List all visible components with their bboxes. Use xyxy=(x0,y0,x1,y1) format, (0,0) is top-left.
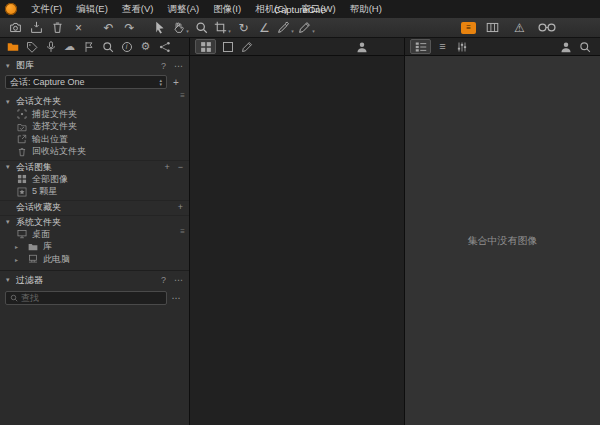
list-item-five-stars[interactable]: 5 颗星 xyxy=(0,186,189,199)
list-view-icon[interactable] xyxy=(411,39,430,55)
caret-icon: ▾ xyxy=(312,28,315,37)
search-more-button[interactable]: ⋯ xyxy=(167,293,185,303)
section-session-favorites[interactable]: 会话收藏夹 + xyxy=(0,200,189,213)
workspace: ☁ i ⚙ ▾ 图库 ? ⋯ 会话: Capture One xyxy=(0,38,600,425)
section-session-albums[interactable]: ▾ 会话图集 + − xyxy=(0,160,189,173)
list-item-trash-folder[interactable]: 回收站文件夹 xyxy=(0,146,189,159)
session-select[interactable]: 会话: Capture One ▴▾ xyxy=(5,75,167,89)
item-label: 输出位置 xyxy=(32,133,68,146)
section-title: 会话收藏夹 xyxy=(16,201,61,214)
list-view-selected xyxy=(410,39,431,54)
section-resize-handle[interactable]: ≡ xyxy=(180,93,185,99)
camera-icon[interactable] xyxy=(6,19,25,37)
square-view-icon[interactable] xyxy=(218,39,237,55)
menubar: 文件(F) 编辑(E) 查看(V) 调整(A) 图像(I) 相机(C) 窗口(W… xyxy=(0,0,600,18)
adjustments-badge-icon[interactable]: ≡ xyxy=(461,22,476,34)
list-item-desktop[interactable]: 桌面 xyxy=(0,228,189,241)
info-icon[interactable]: i xyxy=(117,39,136,55)
menu-file[interactable]: 文件(F) xyxy=(24,0,69,18)
sort-sliders-icon[interactable] xyxy=(452,39,471,55)
item-label: 5 颗星 xyxy=(32,185,58,198)
help-button[interactable]: ? xyxy=(161,61,166,71)
pencil-icon[interactable]: ▾ xyxy=(297,19,316,37)
chevron-right-icon[interactable]: ▸ xyxy=(15,256,23,263)
chevron-right-icon[interactable]: ▸ xyxy=(15,243,23,250)
library-header[interactable]: ▾ 图库 ? ⋯ xyxy=(0,59,189,72)
menu-adjust[interactable]: 调整(A) xyxy=(160,0,206,18)
library-folder-icon[interactable] xyxy=(3,39,22,55)
more-button[interactable]: ⋯ xyxy=(174,61,183,71)
chevron-down-icon[interactable]: ▾ xyxy=(6,163,16,171)
hand-icon[interactable]: ▾ xyxy=(171,19,190,37)
output-location-icon xyxy=(17,134,27,144)
search-input[interactable] xyxy=(21,293,162,303)
section-resize-handle[interactable]: ≡ xyxy=(180,229,185,235)
search-box[interactable] xyxy=(5,291,167,305)
warning-icon[interactable]: ⚠ xyxy=(510,19,529,37)
empty-collection-message: 集合中没有图像 xyxy=(468,234,538,248)
chevron-down-icon[interactable]: ▾ xyxy=(6,62,16,70)
grid-view-icon[interactable] xyxy=(196,39,215,55)
person-icon[interactable] xyxy=(556,39,575,55)
menu-edit[interactable]: 编辑(E) xyxy=(69,0,115,18)
browser-empty-area[interactable] xyxy=(190,56,404,425)
section-title: 会话文件夹 xyxy=(16,95,61,108)
list-item-output-location[interactable]: 输出位置 xyxy=(0,133,189,146)
import-icon[interactable] xyxy=(27,19,46,37)
chevron-down-icon[interactable]: ▾ xyxy=(6,98,16,106)
eyedropper-icon[interactable]: ▾ xyxy=(276,19,295,37)
menu-window[interactable]: 窗口(W) xyxy=(294,0,342,18)
menu-camera[interactable]: 相机(C) xyxy=(248,0,294,18)
chevron-down-icon[interactable]: ▾ xyxy=(6,218,16,226)
search-icon[interactable] xyxy=(98,39,117,55)
person-icon[interactable] xyxy=(352,39,371,55)
section-system-folders[interactable]: ▾ 系统文件夹 xyxy=(0,215,189,228)
menu-view[interactable]: 查看(V) xyxy=(115,0,161,18)
list-item-capture-folder[interactable]: 捕捉文件夹 xyxy=(0,108,189,121)
nodes-icon[interactable] xyxy=(155,39,174,55)
tag-icon[interactable] xyxy=(22,39,41,55)
menu-image[interactable]: 图像(I) xyxy=(206,0,248,18)
mic-icon[interactable] xyxy=(41,39,60,55)
search-icon[interactable] xyxy=(575,39,594,55)
angle-icon[interactable]: ∠ xyxy=(255,19,274,37)
app-logo-icon[interactable] xyxy=(5,3,17,15)
remove-album-button[interactable]: − xyxy=(178,162,183,172)
search-icon xyxy=(10,294,18,302)
browser-toolbar xyxy=(190,38,404,56)
trash-icon[interactable] xyxy=(48,19,67,37)
close-icon[interactable]: × xyxy=(69,19,88,37)
menu-help[interactable]: 帮助(H) xyxy=(343,0,389,18)
chevron-down-icon[interactable]: ▾ xyxy=(6,276,16,284)
filters-header[interactable]: ▾ 过滤器 ? ⋯ xyxy=(0,270,189,287)
list-item-all-images[interactable]: 全部图像 xyxy=(0,173,189,186)
loupe-icon[interactable] xyxy=(192,19,211,37)
rotate-icon[interactable]: ↻ xyxy=(234,19,253,37)
help-button[interactable]: ? xyxy=(161,275,166,285)
section-session-folders[interactable]: ▾ 会话文件夹 xyxy=(0,95,189,108)
flag-icon[interactable] xyxy=(79,39,98,55)
tool-tabs: ☁ i ⚙ xyxy=(0,38,189,56)
redo-icon[interactable]: ↷ xyxy=(120,19,139,37)
list-item-select-folder[interactable]: 选择文件夹 xyxy=(0,121,189,134)
proof-glasses-icon[interactable] xyxy=(537,19,556,37)
undo-icon[interactable]: ↶ xyxy=(99,19,118,37)
new-session-button[interactable]: + xyxy=(167,77,185,88)
main-toolbar: × ↶ ↷ ▾ ▾ ↻ ∠ ▾ ▾ ≡ ⚠ xyxy=(0,18,600,38)
list-item-this-pc[interactable]: ▸ 此电脑 xyxy=(0,253,189,266)
filmstrip-icon[interactable] xyxy=(483,19,502,37)
crop-icon[interactable]: ▾ xyxy=(213,19,232,37)
add-favorite-button[interactable]: + xyxy=(178,202,183,212)
trash-folder-icon xyxy=(17,147,27,157)
filters-title: 过滤器 xyxy=(16,274,43,287)
cloud-icon[interactable]: ☁ xyxy=(60,39,79,55)
gear-icon[interactable]: ⚙ xyxy=(136,39,155,55)
lines-view-icon[interactable]: ≡ xyxy=(433,39,452,55)
list-item-libraries[interactable]: ▸ 库 xyxy=(0,241,189,254)
edit-brush-icon[interactable] xyxy=(237,39,256,55)
capture-frame-icon xyxy=(17,109,27,119)
cursor-icon[interactable] xyxy=(150,19,169,37)
section-title: 会话图集 xyxy=(16,161,52,174)
more-button[interactable]: ⋯ xyxy=(174,275,183,285)
add-album-button[interactable]: + xyxy=(164,162,169,172)
